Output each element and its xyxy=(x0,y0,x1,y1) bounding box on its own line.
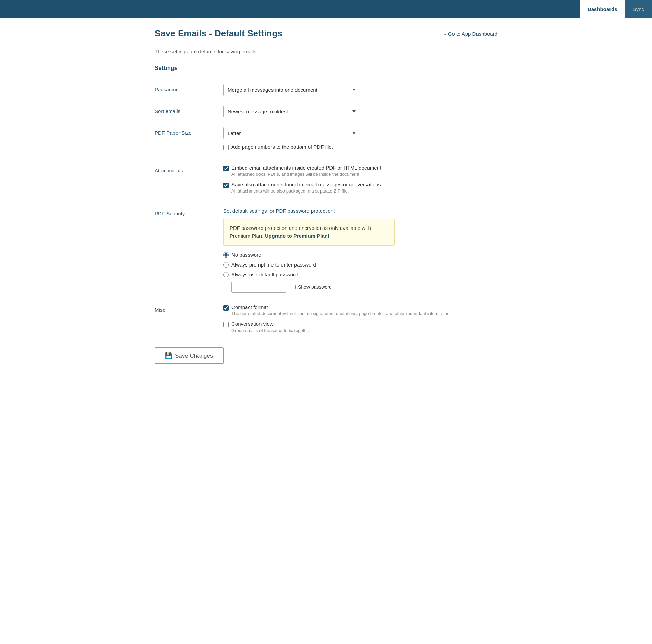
conversation-view-sub: Group emails of the same topic together. xyxy=(231,328,312,333)
packaging-control: Merge all messages into one document One… xyxy=(223,84,497,96)
compact-format-row: Compact format The generated document wi… xyxy=(223,304,497,316)
save-icon: 💾 xyxy=(165,352,172,359)
page-description: These settings are defaults for saving e… xyxy=(155,49,497,54)
attachments-control: Embed email attachments inside created P… xyxy=(223,165,497,198)
go-to-dashboard-link[interactable]: « Go to App Dashboard xyxy=(444,31,497,37)
no-password-row: No password xyxy=(223,252,497,258)
password-input-row: Show password xyxy=(231,282,497,293)
misc-label: Misc xyxy=(155,304,223,313)
always-prompt-row: Always prompt me to enter password xyxy=(223,262,497,268)
add-page-numbers-row: Add page numbers to the bottom of PDF fi… xyxy=(223,144,497,150)
embed-attachments-sub: All attached docs, PDFs, and images will… xyxy=(231,172,383,177)
sort-emails-select[interactable]: Newest message to oldest Oldest message … xyxy=(223,106,360,117)
pdf-paper-size-select[interactable]: Letter A4 Legal xyxy=(223,127,360,139)
pdf-security-control: Set default settings for PDF password pr… xyxy=(223,208,497,295)
no-password-label[interactable]: No password xyxy=(231,252,262,258)
section-divider xyxy=(155,75,497,75)
page-title: Save Emails - Default Settings xyxy=(155,28,282,39)
conversation-view-checkbox[interactable] xyxy=(223,322,229,327)
default-password-label[interactable]: Always use default password: xyxy=(231,272,299,277)
nav-tab-dashboards[interactable]: Dashboards xyxy=(580,0,625,18)
conversation-view-label[interactable]: Conversation view xyxy=(231,321,274,327)
compact-format-sub: The generated document will not contain … xyxy=(231,311,451,316)
sort-emails-control: Newest message to oldest Oldest message … xyxy=(223,106,497,117)
always-prompt-label[interactable]: Always prompt me to enter password xyxy=(231,262,316,268)
attachments-row: Attachments Embed email attachments insi… xyxy=(155,165,497,198)
save-also-attachments-label[interactable]: Save also attachments found in email mes… xyxy=(231,182,382,187)
default-password-radio[interactable] xyxy=(223,272,229,277)
save-changes-button[interactable]: 💾 Save Changes xyxy=(155,347,224,364)
default-password-row: Always use default password: xyxy=(223,272,497,277)
show-password-checkbox[interactable] xyxy=(291,285,296,289)
save-changes-label: Save Changes xyxy=(175,352,213,359)
upgrade-premium-link[interactable]: Upgrade to Premium Plan! xyxy=(265,233,329,239)
pdf-security-title: Set default settings for PDF password pr… xyxy=(223,208,497,214)
embed-attachments-label[interactable]: Embed email attachments inside created P… xyxy=(231,165,383,171)
pdf-paper-size-row: PDF Paper Size Letter A4 Legal Add page … xyxy=(155,127,497,155)
misc-control: Compact format The generated document wi… xyxy=(223,304,497,338)
save-also-attachments-sub: All attachments will be also packaged in… xyxy=(231,188,382,194)
settings-section-title: Settings xyxy=(155,65,497,72)
embed-attachments-checkbox[interactable] xyxy=(223,166,229,171)
compact-format-label[interactable]: Compact format xyxy=(231,304,268,310)
show-password-row: Show password xyxy=(291,284,332,290)
pdf-security-row: PDF Security Set default settings for PD… xyxy=(155,208,497,295)
pdf-security-label: PDF Security xyxy=(155,208,223,216)
top-navigation: Dashboards Sync xyxy=(0,0,652,18)
add-page-numbers-label[interactable]: Add page numbers to the bottom of PDF fi… xyxy=(231,144,333,150)
packaging-row: Packaging Merge all messages into one do… xyxy=(155,84,497,96)
misc-row: Misc Compact format The generated docume… xyxy=(155,304,497,338)
no-password-radio[interactable] xyxy=(223,252,229,258)
save-also-attachments-checkbox[interactable] xyxy=(223,183,229,188)
compact-format-checkbox[interactable] xyxy=(223,305,229,311)
nav-tab-sync[interactable]: Sync xyxy=(625,0,652,18)
packaging-label: Packaging xyxy=(155,84,223,92)
default-password-input[interactable] xyxy=(231,282,286,293)
premium-notice: PDF password protection and encryption i… xyxy=(223,219,395,246)
sort-emails-label: Sort emails xyxy=(155,106,223,114)
main-content: Save Emails - Default Settings « Go to A… xyxy=(137,18,515,385)
pdf-paper-size-control: Letter A4 Legal Add page numbers to the … xyxy=(223,127,497,155)
always-prompt-radio[interactable] xyxy=(223,262,229,268)
attachments-label: Attachments xyxy=(155,165,223,173)
sort-emails-row: Sort emails Newest message to oldest Old… xyxy=(155,106,497,117)
packaging-select[interactable]: Merge all messages into one document One… xyxy=(223,84,360,96)
show-password-label[interactable]: Show password xyxy=(298,284,332,290)
embed-attachments-row: Embed email attachments inside created P… xyxy=(223,165,497,177)
page-header: Save Emails - Default Settings « Go to A… xyxy=(155,28,497,39)
save-also-attachments-row: Save also attachments found in email mes… xyxy=(223,182,497,194)
add-page-numbers-checkbox[interactable] xyxy=(223,145,229,150)
conversation-view-row: Conversation view Group emails of the sa… xyxy=(223,321,497,333)
pdf-paper-size-label: PDF Paper Size xyxy=(155,127,223,136)
header-divider xyxy=(155,42,497,42)
